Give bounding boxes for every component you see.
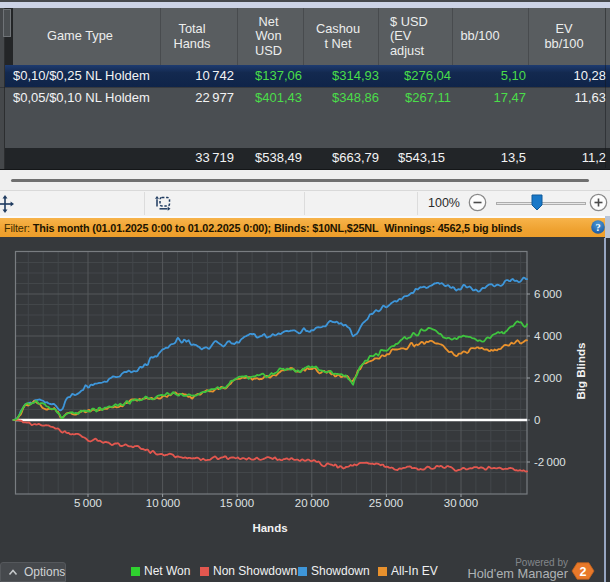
svg-text:Hands: Hands <box>252 522 287 534</box>
svg-text:?: ? <box>595 222 600 233</box>
svg-text:10 000: 10 000 <box>146 497 180 509</box>
svg-text:5 000: 5 000 <box>74 497 102 509</box>
svg-text:2: 2 <box>580 565 587 579</box>
svg-text:4 000: 4 000 <box>534 330 562 342</box>
svg-text:20 000: 20 000 <box>295 497 329 509</box>
svg-text:0: 0 <box>534 414 540 426</box>
svg-text:30 000: 30 000 <box>444 497 478 509</box>
svg-text:15 000: 15 000 <box>220 497 254 509</box>
svg-text:-2 000: -2 000 <box>534 456 566 468</box>
svg-text:2 000: 2 000 <box>534 372 562 384</box>
svg-text:Big Blinds: Big Blinds <box>575 343 587 400</box>
svg-text:6 000: 6 000 <box>534 288 562 300</box>
svg-text:25 000: 25 000 <box>369 497 403 509</box>
